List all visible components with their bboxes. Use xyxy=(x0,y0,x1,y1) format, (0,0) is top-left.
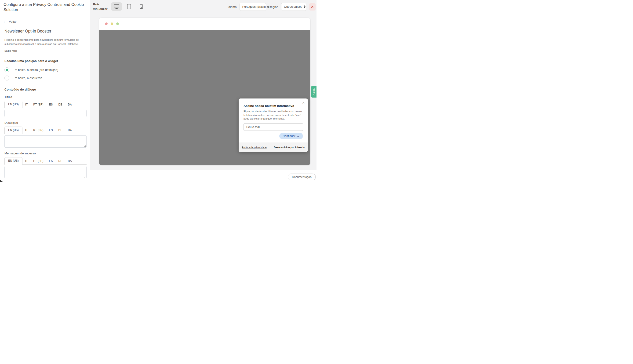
radio-option-bottom-left[interactable]: Em baixo, à esquerda xyxy=(4,74,86,82)
device-mobile-button[interactable] xyxy=(136,2,147,11)
description-textarea[interactable] xyxy=(4,136,86,148)
tab-pt-br[interactable]: PT (BR) xyxy=(30,101,46,108)
device-desktop-button[interactable] xyxy=(111,2,122,11)
tab-da[interactable]: DA xyxy=(65,127,74,134)
browser-viewport: ✕ Assine nosso boletim informativo Fique… xyxy=(99,30,310,165)
widget-title: Newsletter Opt-in Booster xyxy=(4,29,86,34)
tab-it[interactable]: IT xyxy=(22,101,31,108)
traffic-light-yellow-icon xyxy=(111,22,113,25)
traffic-light-red-icon xyxy=(105,22,108,25)
title-input[interactable] xyxy=(4,110,86,117)
learn-more-link[interactable]: Saiba mais xyxy=(4,49,17,52)
tab-it[interactable]: IT xyxy=(22,127,31,134)
topbar-controls: Idioma Português (Brasil) Região Outros … xyxy=(228,3,316,11)
tab-pt-br[interactable]: PT (BR) xyxy=(30,158,46,164)
dialog-title: Assine nosso boletim informativo xyxy=(244,104,303,108)
app-window: Configure a sua Privacy Controls and Coo… xyxy=(0,0,316,182)
field-label-success-message: Mensagem de sucesso xyxy=(4,152,86,155)
radio-label: Em baixo, à esquerda xyxy=(13,76,42,80)
position-radio-group: Em baixo, à direita (pré-definição) Em b… xyxy=(4,66,86,82)
dialog-footer: Política de privacidade Desenvolvido por… xyxy=(238,142,308,152)
language-tabs-title: EN (US) IT PT (BR) ES DE DA xyxy=(4,101,86,108)
radio-option-bottom-right[interactable]: Em baixo, à direita (pré-definição) xyxy=(4,66,86,74)
radio-selected-icon xyxy=(4,67,9,72)
radio-label: Em baixo, à direita (pré-definição) xyxy=(13,68,58,72)
region-select-label: Região xyxy=(269,5,278,9)
continue-button[interactable]: Continuar → xyxy=(279,133,303,139)
dialog-description: Fique por dentro das últimas novidades c… xyxy=(244,110,304,121)
content-section-heading: Conteúdo do diálogo xyxy=(4,88,86,91)
config-sidebar: Configure a sua Privacy Controls and Coo… xyxy=(0,0,90,182)
desktop-icon xyxy=(114,4,119,9)
tab-es[interactable]: ES xyxy=(46,127,56,134)
sidebar-body: ← Voltar Newsletter Opt-in Booster Recol… xyxy=(0,20,90,178)
language-select-value: Português (Brasil) xyxy=(242,5,266,8)
back-button[interactable]: ← Voltar xyxy=(3,20,86,24)
radio-unselected-icon xyxy=(4,76,9,80)
privacy-policy-link[interactable]: Política de privacidade xyxy=(242,146,267,149)
language-select[interactable]: Português (Brasil) xyxy=(240,3,266,11)
tab-es[interactable]: ES xyxy=(46,158,56,164)
arrow-right-icon: → xyxy=(297,134,300,138)
widget-description: Recolha o consentimento para newsletters… xyxy=(4,38,82,46)
device-toggle-group xyxy=(111,2,147,11)
newsletter-dialog: ✕ Assine nosso boletim informativo Fique… xyxy=(238,98,308,152)
success-message-textarea[interactable] xyxy=(4,166,86,178)
browser-chrome-bar xyxy=(99,18,310,30)
region-select-value: Outros países xyxy=(284,5,302,8)
field-label-title: Título xyxy=(4,95,86,99)
device-tablet-button[interactable] xyxy=(124,2,134,11)
help-tab[interactable]: Ajuda xyxy=(311,86,316,98)
tab-da[interactable]: DA xyxy=(65,158,74,164)
language-select-label: Idioma xyxy=(228,5,237,9)
field-label-description: Descrição xyxy=(4,121,86,124)
powered-by-link[interactable]: Desenvolvido por iubenda xyxy=(274,146,304,149)
position-section-heading: Escolha uma posição para o widget xyxy=(4,59,86,63)
preview-label: Pré-visualizar xyxy=(93,2,110,11)
tab-de[interactable]: DE xyxy=(56,158,65,164)
language-tabs-success: EN (US) IT PT (BR) ES DE DA xyxy=(4,157,86,165)
tab-es[interactable]: ES xyxy=(46,101,56,108)
tab-de[interactable]: DE xyxy=(56,101,65,108)
language-tabs-description: EN (US) IT PT (BR) ES DE DA xyxy=(4,126,86,134)
select-arrows-icon xyxy=(304,6,306,8)
continue-label: Continuar xyxy=(282,134,295,138)
back-arrow-icon: ← xyxy=(3,20,7,24)
dialog-close-icon[interactable]: ✕ xyxy=(301,100,306,105)
mobile-icon xyxy=(140,4,143,9)
traffic-light-green-icon xyxy=(116,22,119,25)
documentation-button[interactable]: Documentação xyxy=(288,174,316,180)
sidebar-header: Configure a sua Privacy Controls and Coo… xyxy=(0,0,90,14)
tab-it[interactable]: IT xyxy=(22,158,31,164)
browser-mockup: ✕ Assine nosso boletim informativo Fique… xyxy=(99,18,310,165)
close-icon: ✕ xyxy=(311,5,314,9)
tablet-icon xyxy=(127,4,131,9)
tab-pt-br[interactable]: PT (BR) xyxy=(30,127,46,134)
email-field[interactable] xyxy=(244,123,303,131)
tab-en-us[interactable]: EN (US) xyxy=(4,101,22,108)
region-select[interactable]: Outros países xyxy=(281,3,306,11)
tab-da[interactable]: DA xyxy=(65,101,74,108)
preview-area: Pré-visualizar xyxy=(90,0,316,182)
tab-en-us[interactable]: EN (US) xyxy=(4,126,22,134)
tab-de[interactable]: DE xyxy=(56,127,65,134)
back-label: Voltar xyxy=(9,20,16,24)
close-configurator-button[interactable]: ✕ xyxy=(309,3,316,10)
tab-en-us[interactable]: EN (US) xyxy=(4,157,22,165)
help-tab-label: Ajuda xyxy=(312,88,315,95)
page-title: Configure a sua Privacy Controls and Coo… xyxy=(4,2,89,13)
bottom-bar: Documentação xyxy=(90,170,316,182)
